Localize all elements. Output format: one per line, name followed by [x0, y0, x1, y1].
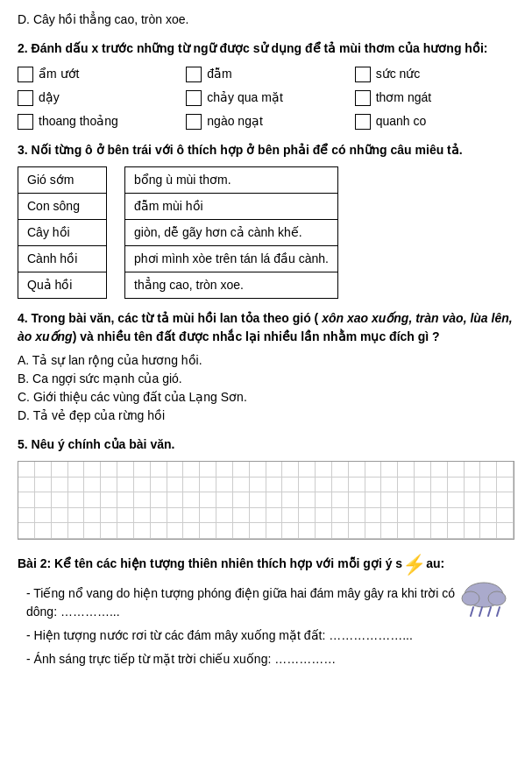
- grid-cell-1: [35, 462, 52, 478]
- grid-cell-90: [18, 508, 35, 524]
- grid-cell-6: [117, 462, 134, 478]
- grid-cell-22: [381, 462, 398, 478]
- checkbox-6[interactable]: [355, 67, 371, 82]
- checkbox-8[interactable]: [355, 114, 371, 130]
- grid-cell-2: [52, 462, 68, 478]
- grid-cell-80: [349, 492, 365, 508]
- grid-cell-138: [316, 523, 332, 539]
- q5-label: 5. Nêu ý chính của bài văn.: [18, 435, 514, 454]
- grid-cell-14: [250, 462, 266, 478]
- grid-cell-100: [183, 508, 200, 524]
- grid-cell-113: [398, 508, 415, 524]
- question-2: 2. Đánh dấu x trước những từ ngữ được sử…: [18, 39, 514, 131]
- question-3: 3. Nối từng ô ở bên trái với ô thích hợp…: [18, 141, 514, 299]
- grid-cell-43: [233, 478, 250, 493]
- checkbox-item-0: ẩm ướt: [18, 65, 177, 83]
- grid-cell-120: [18, 523, 35, 539]
- grid-cell-51: [365, 478, 382, 493]
- checkbox-0[interactable]: [18, 67, 33, 82]
- grid-cell-46: [282, 478, 299, 493]
- checkbox-5[interactable]: [186, 114, 202, 130]
- grid-cell-65: [101, 492, 117, 508]
- svg-line-6: [497, 607, 500, 616]
- grid-cell-143: [398, 523, 415, 539]
- grid-cell-20: [349, 462, 365, 478]
- grid-cell-102: [216, 508, 233, 524]
- grid-cell-64: [84, 492, 101, 508]
- grid-cell-10: [183, 462, 200, 478]
- grid-cell-27: [465, 462, 481, 478]
- checkbox-3[interactable]: [186, 67, 202, 82]
- match-left-4: Quả hồi: [18, 272, 106, 298]
- grid-cell-148: [480, 523, 497, 539]
- grid-cell-86: [448, 492, 465, 508]
- grid-cell-106: [282, 508, 299, 524]
- svg-line-3: [471, 607, 473, 616]
- match-left-col: Gió sớm Con sông Cây hồi Cành hồi Quả hồ…: [18, 166, 107, 299]
- grid-cell-67: [134, 492, 151, 508]
- grid-cell-139: [332, 523, 349, 539]
- grid-cell-73: [233, 492, 250, 508]
- svg-line-4: [479, 607, 482, 616]
- bai2-section: Bài 2: Kể tên các hiện tượng thiên nhiên…: [18, 550, 514, 669]
- grid-cell-41: [200, 478, 216, 493]
- grid-cell-12: [216, 462, 233, 478]
- checkbox-label-4: chảy qua mặt: [207, 88, 282, 107]
- grid-cell-124: [84, 523, 101, 539]
- grid-cell-126: [117, 523, 134, 539]
- grid-cell-145: [431, 523, 448, 539]
- grid-cell-59: [497, 478, 514, 493]
- grid-cell-105: [266, 508, 283, 524]
- grid-cell-94: [84, 508, 101, 524]
- grid-cell-121: [35, 523, 52, 539]
- q4-italic: xôn xao xuống, tràn vào, lùa lên, ào xuố…: [18, 311, 513, 343]
- checkbox-2[interactable]: [18, 114, 33, 130]
- checkbox-7[interactable]: [355, 90, 371, 106]
- bai2-item-1: - Hiện tượng nước rơi từ các đám mây xuố…: [26, 626, 514, 645]
- grid-cell-57: [465, 478, 481, 493]
- grid-cell-147: [465, 523, 481, 539]
- grid-cell-129: [167, 523, 184, 539]
- grid-cell-25: [431, 462, 448, 478]
- grid-cell-108: [316, 508, 332, 524]
- grid-cell-44: [250, 478, 266, 493]
- grid-cell-131: [200, 523, 216, 539]
- grid-cell-37: [134, 478, 151, 493]
- grid-cell-53: [398, 478, 415, 493]
- match-right-1: đẫm mùi hồi: [125, 194, 337, 220]
- grid-cell-142: [381, 523, 398, 539]
- grid-cell-83: [398, 492, 415, 508]
- grid-cell-9: [167, 462, 184, 478]
- writing-grid[interactable]: // Generate 150 grid cells const grid = …: [18, 461, 514, 540]
- grid-cell-79: [332, 492, 349, 508]
- grid-cell-31: [35, 478, 52, 493]
- checkbox-4[interactable]: [186, 90, 202, 106]
- svg-line-5: [488, 607, 491, 616]
- grid-cell-47: [299, 478, 316, 493]
- grid-cell-32: [52, 478, 68, 493]
- q3-label: 3. Nối từng ô ở bên trái với ô thích hợp…: [18, 141, 514, 159]
- question-4: 4. Trong bài văn, các từ tả mùi hồi lan …: [18, 309, 514, 425]
- checkbox-1[interactable]: [18, 90, 33, 106]
- grid-cell-4: [84, 462, 101, 478]
- q4-label: 4. Trong bài văn, các từ tả mùi hồi lan …: [18, 309, 514, 346]
- bai2-item-2: - Ánh sáng trực tiếp từ mặt trời chiếu x…: [26, 650, 514, 669]
- grid-cell-132: [216, 523, 233, 539]
- grid-cell-103: [233, 508, 250, 524]
- grid-cell-110: [349, 508, 365, 524]
- grid-cell-117: [465, 508, 481, 524]
- grid-cell-75: [266, 492, 283, 508]
- checkbox-item-4: chảy qua mặt: [186, 88, 345, 107]
- match-right-3: phơi mình xòe trên tán lá đầu cành.: [125, 246, 337, 272]
- question-5: 5. Nêu ý chính của bài văn. // Generate …: [18, 435, 514, 540]
- checkbox-label-8: quanh co: [376, 112, 427, 131]
- grid-cell-136: [282, 523, 299, 539]
- checkbox-label-1: dậy: [39, 88, 60, 107]
- grid-cell-140: [349, 523, 365, 539]
- grid-cell-122: [52, 523, 68, 539]
- grid-cell-118: [480, 508, 497, 524]
- grid-cell-21: [365, 462, 382, 478]
- grid-cell-96: [117, 508, 134, 524]
- grid-cell-58: [480, 478, 497, 493]
- grid-cell-29: [497, 462, 514, 478]
